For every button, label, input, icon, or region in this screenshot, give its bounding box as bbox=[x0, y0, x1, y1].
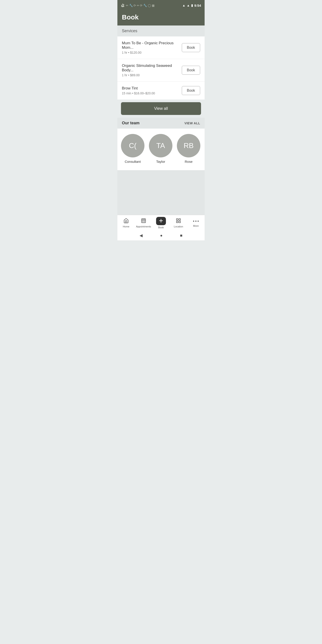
nav-label-home: Home bbox=[123, 225, 129, 228]
service-details-1: 1 hr • $120.00 bbox=[122, 51, 178, 54]
services-section-title: Services bbox=[122, 28, 137, 33]
svg-rect-11 bbox=[179, 219, 180, 220]
status-bar: ✏ 🔧 ⟳ ✏ ⟳ 🔧 ◯ ▦ ▲ ▲ ▮ 9:54 bbox=[118, 0, 204, 11]
avatar-initials-consultant: C( bbox=[129, 142, 137, 150]
svg-point-15 bbox=[196, 220, 196, 222]
avatar-taylor: TA bbox=[149, 134, 172, 158]
svg-point-16 bbox=[198, 220, 199, 222]
svg-point-14 bbox=[193, 220, 194, 222]
wifi-icon: ▲ bbox=[182, 4, 185, 7]
view-all-services-button[interactable]: View all bbox=[121, 102, 201, 115]
avatar-initials-taylor: TA bbox=[156, 142, 165, 150]
recents-button[interactable]: ■ bbox=[180, 233, 182, 238]
empty-space bbox=[118, 170, 204, 215]
avatar-consultant: C( bbox=[121, 134, 144, 158]
service-info-1: Mum To Be - Organic Precious Mom... 1 hr… bbox=[122, 41, 182, 54]
gear-icon bbox=[121, 4, 124, 7]
service-name-3: Brow Tint bbox=[122, 86, 178, 90]
appointments-icon bbox=[141, 218, 146, 224]
nav-label-appointments: Appointments bbox=[136, 225, 151, 228]
service-item-2: Organic Stimulating Seaweed Body... 1 hr… bbox=[118, 59, 204, 82]
svg-rect-12 bbox=[176, 221, 178, 223]
service-info-2: Organic Stimulating Seaweed Body... 1 hr… bbox=[122, 64, 182, 77]
service-name-2: Organic Stimulating Seaweed Body... bbox=[122, 64, 178, 72]
book-button-3[interactable]: Book bbox=[182, 86, 200, 95]
service-info-3: Brow Tint 15 min • $16.00–$20.00 bbox=[122, 86, 182, 95]
home-button[interactable]: ● bbox=[160, 233, 162, 238]
member-name-rose: Rose bbox=[185, 160, 192, 164]
service-item-3: Brow Tint 15 min • $16.00–$20.00 Book bbox=[118, 82, 204, 100]
team-section-header: Our team VIEW ALL bbox=[118, 118, 204, 128]
nav-label-location: Location bbox=[174, 225, 183, 228]
status-icons: ✏ 🔧 ⟳ ✏ ⟳ 🔧 ◯ ▦ bbox=[121, 4, 154, 7]
avatar-rose: RB bbox=[177, 134, 200, 158]
nav-label-book: Book bbox=[158, 226, 164, 229]
bottom-navigation: Home Appointments bbox=[118, 215, 204, 230]
nav-item-home[interactable]: Home bbox=[118, 215, 135, 230]
book-nav-wrapper bbox=[156, 217, 166, 225]
team-view-all-button[interactable]: VIEW ALL bbox=[184, 122, 200, 125]
service-details-3: 15 min • $16.00–$20.00 bbox=[122, 92, 178, 95]
time-display: 9:54 bbox=[194, 4, 201, 8]
page-header: Book bbox=[118, 11, 204, 26]
nav-item-location[interactable]: Location bbox=[170, 215, 187, 230]
signal-icon: ▲ bbox=[187, 4, 190, 7]
svg-rect-13 bbox=[179, 221, 180, 223]
status-right: ▲ ▲ ▮ 9:54 bbox=[182, 4, 201, 8]
team-member-consultant[interactable]: C( Consultant bbox=[121, 134, 144, 164]
nav-item-book[interactable]: Book bbox=[152, 215, 170, 230]
nav-item-appointments[interactable]: Appointments bbox=[135, 215, 152, 230]
more-icon bbox=[193, 219, 199, 224]
member-name-consultant: Consultant bbox=[125, 160, 141, 164]
service-details-2: 1 hr • $89.00 bbox=[122, 73, 178, 77]
book-button-1[interactable]: Book bbox=[182, 43, 200, 52]
team-members-list: C( Consultant TA Taylor RB Rose bbox=[118, 128, 204, 170]
svg-rect-10 bbox=[176, 219, 178, 220]
services-section-header: Services bbox=[118, 26, 204, 36]
book-button-2[interactable]: Book bbox=[182, 66, 200, 75]
member-name-taylor: Taylor bbox=[156, 160, 165, 164]
location-icon bbox=[176, 218, 181, 224]
system-navigation: ◀ ● ■ bbox=[118, 230, 204, 240]
battery-icon: ▮ bbox=[191, 4, 193, 7]
back-button[interactable]: ◀ bbox=[140, 233, 143, 238]
service-item-1: Mum To Be - Organic Precious Mom... 1 hr… bbox=[118, 36, 204, 59]
service-name-1: Mum To Be - Organic Precious Mom... bbox=[122, 41, 178, 50]
team-section-title: Our team bbox=[122, 121, 140, 126]
home-icon bbox=[124, 218, 129, 224]
services-list: Mum To Be - Organic Precious Mom... 1 hr… bbox=[118, 36, 204, 100]
tool-icons: ✏ 🔧 ⟳ ✏ ⟳ 🔧 ◯ ▦ bbox=[126, 4, 154, 7]
svg-rect-0 bbox=[142, 219, 146, 223]
avatar-initials-rose: RB bbox=[184, 142, 194, 150]
page-title: Book bbox=[122, 14, 200, 21]
team-member-taylor[interactable]: TA Taylor bbox=[149, 134, 172, 164]
nav-item-more[interactable]: More bbox=[187, 215, 204, 230]
team-member-rose[interactable]: RB Rose bbox=[177, 134, 200, 164]
book-nav-icon bbox=[158, 218, 164, 224]
nav-label-more: More bbox=[193, 224, 198, 227]
